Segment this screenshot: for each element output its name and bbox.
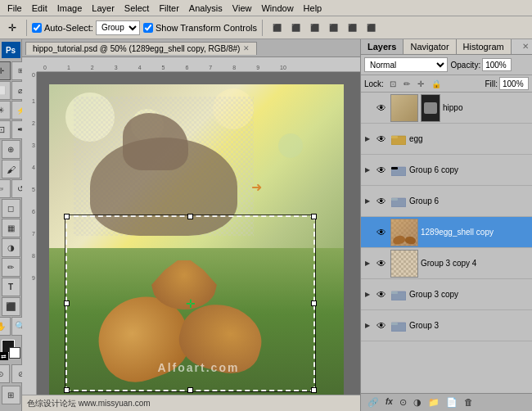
- layer-folder-g6: [390, 195, 407, 208]
- svg-rect-7: [391, 291, 398, 294]
- standard-mode[interactable]: ⊙: [0, 364, 10, 383]
- handle-tm[interactable]: [187, 214, 193, 219]
- handle-bl[interactable]: [64, 387, 70, 393]
- align-middle-btn[interactable]: ⬛: [343, 19, 361, 37]
- layer-vis-g3c[interactable]: 👁: [375, 288, 388, 301]
- handle-tr[interactable]: [311, 214, 317, 219]
- menu-layer[interactable]: Layer: [88, 2, 119, 14]
- layer-expand-g3c[interactable]: ▶: [363, 291, 372, 298]
- autoselect-checkbox[interactable]: [32, 23, 42, 33]
- brush-tool[interactable]: 🖌: [2, 160, 20, 178]
- lock-all-icon[interactable]: 🔒: [429, 78, 444, 90]
- layers-tab[interactable]: Layers: [361, 39, 404, 54]
- menu-file[interactable]: File: [3, 2, 26, 14]
- menu-edit[interactable]: Edit: [28, 2, 52, 14]
- histogram-tab[interactable]: Histogram: [457, 39, 512, 54]
- layer-expand-g3[interactable]: ▶: [363, 322, 372, 329]
- fill-input[interactable]: [499, 77, 529, 90]
- healing-tool[interactable]: ⊕: [2, 140, 20, 159]
- adjustment-icon[interactable]: ◑: [412, 396, 423, 409]
- layer-item-group6[interactable]: ▶ 👁 Group 6: [361, 186, 532, 217]
- crop-tool[interactable]: ⊡: [0, 120, 11, 139]
- shape-tool[interactable]: ⬛: [2, 297, 20, 316]
- layer-vis-hippo[interactable]: 👁: [375, 102, 388, 115]
- eraser-tool[interactable]: ◻: [2, 199, 20, 218]
- opacity-input[interactable]: [482, 58, 512, 71]
- panel-bottom-bar: 🔗 fx ⊙ ◑ 📁 📄 🗑: [361, 393, 532, 411]
- add-mask-icon[interactable]: ⊙: [398, 396, 408, 409]
- new-group-icon[interactable]: 📁: [426, 396, 441, 409]
- menu-bar: File Edit Image Layer Select Filter Anal…: [0, 0, 532, 16]
- selection-transform-box: ✛: [65, 215, 315, 391]
- layer-item-g3c4[interactable]: ▶ 👁 Group 3 copy 4: [361, 248, 532, 279]
- layer-expand-g3c4[interactable]: ▶: [363, 260, 372, 267]
- align-top-btn[interactable]: ⬛: [324, 19, 342, 37]
- show-transform-checkbox[interactable]: [143, 23, 153, 33]
- swap-colors-icon[interactable]: ⇄: [0, 352, 8, 360]
- layer-vis-g3[interactable]: 👁: [375, 319, 388, 332]
- menu-analysis[interactable]: Analysis: [185, 2, 227, 14]
- layer-vis-egg[interactable]: 👁: [375, 133, 388, 146]
- screen-mode-btn[interactable]: ⊞: [2, 386, 20, 404]
- lock-position-icon[interactable]: ✛: [415, 78, 426, 90]
- move-tool[interactable]: ✛: [0, 61, 11, 80]
- document-tab-close[interactable]: ✕: [243, 44, 250, 52]
- canvas-wrapper[interactable]: 0 1 2 3 4 5 6 7 8 9 10 0 1 2 3 4 5 6: [22, 57, 360, 395]
- ruler-horizontal: 0 1 2 3 4 5 6 7 8 9 10: [37, 57, 360, 72]
- clone-tool[interactable]: ⎃: [0, 179, 11, 198]
- layer-name-eggshell: 1289egg_shell copy: [421, 228, 530, 237]
- menu-help[interactable]: Help: [300, 2, 327, 14]
- handle-mr[interactable]: [311, 300, 317, 306]
- panel-close-btn[interactable]: ✕: [519, 39, 532, 54]
- dodge-tool[interactable]: ◑: [2, 238, 20, 257]
- layer-item-g3c[interactable]: ▶ 👁 Group 3 copy: [361, 279, 532, 310]
- autoselect-dropdown[interactable]: Group Layer: [96, 20, 140, 35]
- handle-bm[interactable]: [187, 387, 193, 393]
- align-left-btn[interactable]: ⬛: [268, 19, 286, 37]
- fx-icon[interactable]: fx: [384, 396, 394, 409]
- layer-vis-g6[interactable]: 👁: [375, 195, 388, 208]
- menu-select[interactable]: Select: [120, 2, 154, 14]
- move-tool-button[interactable]: ✛: [3, 19, 21, 37]
- layer-expand-g6c[interactable]: ▶: [363, 166, 372, 174]
- layer-item-eggshell[interactable]: 👁 1289egg_shell copy: [361, 217, 532, 248]
- menu-window[interactable]: Window: [257, 2, 297, 14]
- text-tool[interactable]: T: [2, 278, 20, 296]
- new-layer-icon[interactable]: 📄: [444, 396, 459, 409]
- align-center-h-btn[interactable]: ⬛: [286, 19, 304, 37]
- blend-mode-select[interactable]: Normal Multiply Screen Overlay: [364, 57, 448, 72]
- layer-expand-egg[interactable]: ▶: [363, 135, 372, 142]
- document-canvas[interactable]: ➜ ✛: [49, 84, 344, 395]
- delete-layer-icon[interactable]: 🗑: [462, 396, 475, 409]
- rect-select-tool[interactable]: ⬜: [0, 81, 11, 100]
- link-layers-icon[interactable]: 🔗: [366, 396, 381, 409]
- toolbar-separator-1: [26, 20, 27, 36]
- menu-image[interactable]: Image: [53, 2, 87, 14]
- gradient-tool[interactable]: ▦: [2, 219, 20, 237]
- handle-ml[interactable]: [64, 300, 70, 306]
- menu-view[interactable]: View: [228, 2, 256, 14]
- align-bottom-btn[interactable]: ⬛: [362, 19, 380, 37]
- layer-item-g3[interactable]: ▶ 👁 Group 3: [361, 310, 532, 341]
- lock-paint-icon[interactable]: ✏: [401, 78, 413, 90]
- layer-item-egg[interactable]: ▶ 👁 egg: [361, 124, 532, 155]
- layer-vis-g3c4[interactable]: 👁: [375, 257, 388, 270]
- magic-wand-tool[interactable]: ✳: [0, 101, 11, 120]
- menu-filter[interactable]: Filter: [155, 2, 183, 14]
- layer-vis-g6c[interactable]: 👁: [375, 164, 388, 177]
- align-right-btn[interactable]: ⬛: [305, 19, 323, 37]
- canvas-content[interactable]: ➜ ✛: [37, 72, 360, 395]
- handle-br[interactable]: [311, 387, 317, 393]
- layer-expand-g6[interactable]: ▶: [363, 197, 372, 205]
- layer-item-hippo[interactable]: 👁 hippo: [361, 93, 532, 124]
- document-tab[interactable]: hippo_tutorial.psd @ 50% (1289egg_shell …: [25, 42, 257, 55]
- layer-vis-eggshell[interactable]: 👁: [375, 226, 388, 239]
- handle-tl[interactable]: [64, 214, 70, 219]
- pen-tool[interactable]: ✏: [2, 258, 20, 277]
- layer-item-group6copy[interactable]: ▶ 👁 Group 6 copy: [361, 155, 532, 186]
- lock-transparent-icon[interactable]: ⊡: [387, 78, 399, 90]
- background-color[interactable]: [9, 347, 20, 359]
- hand-tool[interactable]: ✋: [0, 317, 11, 336]
- navigator-tab[interactable]: Navigator: [404, 39, 456, 54]
- layer-thumb-hippo: [390, 94, 418, 122]
